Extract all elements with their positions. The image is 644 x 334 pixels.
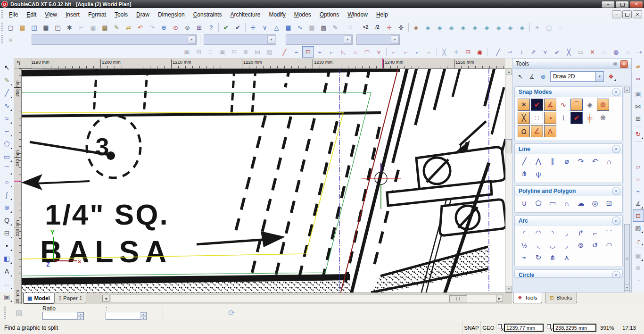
pick-pink-button[interactable]: ⋎ (373, 46, 385, 58)
palette-options-button[interactable]: ❖ (605, 71, 617, 82)
target-red-button[interactable]: ◉ (474, 46, 486, 58)
l7-button[interactable]: ∩ (603, 156, 616, 167)
split2-button[interactable]: ⊡ (633, 209, 644, 222)
half-button[interactable]: /2 (372, 22, 383, 33)
canvas-hscrollbar[interactable] (111, 294, 503, 302)
anglesnap-button[interactable]: ∠ (531, 125, 543, 137)
polyline-button[interactable]: ∿ (1, 99, 13, 112)
x-coordinate-field[interactable]: 1239,77 mm (504, 324, 544, 332)
menu-window[interactable]: Window (343, 10, 372, 19)
toolbar-grip[interactable] (1, 35, 3, 44)
node1-button[interactable]: ╱ (492, 46, 504, 58)
node11-button[interactable]: ◍ (610, 46, 622, 58)
drawing-canvas[interactable]: 3 1/4" SQ. BALSA (21, 68, 505, 292)
spin-up-button[interactable]: ▴ (140, 312, 147, 316)
open-button[interactable]: ▤ (17, 22, 28, 33)
grid4-button[interactable]: ⊞ (633, 112, 644, 125)
menu-edit[interactable]: Edit (22, 10, 41, 19)
menu-view[interactable]: View (41, 10, 61, 19)
zoom-in-button[interactable]: ⊕ (158, 22, 170, 33)
horizontal-ruler[interactable]: 1190 mm1200 mm1210 mm1220 mm1230 mm1240 … (21, 58, 505, 69)
vertex-button[interactable]: ∡ (544, 99, 556, 111)
spell-button[interactable]: ✔ (220, 22, 232, 33)
meas-path-button[interactable]: ∿ (294, 22, 306, 33)
menu-format[interactable]: Format (84, 10, 110, 19)
pickangle-button[interactable]: ∡ (633, 197, 644, 209)
zoom-level[interactable]: 391% (598, 321, 622, 334)
cube-button[interactable]: ◈ (434, 22, 446, 33)
vertical-ruler[interactable]: 250 mm240 mm230 mm220 mm (14, 68, 22, 304)
collapse-button[interactable]: » (612, 271, 620, 278)
a7-button[interactable]: ⌒ (603, 227, 616, 239)
node12-button[interactable]: ◌ (622, 46, 634, 58)
text-button[interactable]: A (1, 265, 13, 277)
trim3-button[interactable]: ⌐ (326, 46, 338, 58)
tab-blocks[interactable]: ⊞ Blocks (545, 292, 577, 303)
fillet-button[interactable]: ╭ (633, 234, 644, 246)
node5-button[interactable]: ⋎ (539, 46, 551, 58)
panel-close-button[interactable]: ✕ (620, 60, 628, 68)
a15-button[interactable]: ⌁ (518, 252, 531, 263)
a1-button[interactable]: ◜ (518, 227, 531, 239)
gear-button[interactable]: ✱ (64, 22, 75, 33)
split-button[interactable]: ⊡ (302, 46, 314, 58)
l4-button[interactable]: ⌀ (560, 156, 573, 167)
cube-button[interactable]: ◈ (516, 22, 528, 33)
corner4-button[interactable]: ⌐ (423, 46, 435, 58)
meas-clean-button[interactable]: ✎ (330, 22, 341, 33)
hatchtool-button[interactable]: ▨ (633, 222, 644, 234)
hscroll-thumb[interactable] (449, 295, 467, 302)
page-check-button[interactable]: ✔ (232, 22, 244, 33)
node9-button[interactable]: ✕ (586, 46, 598, 58)
select-tool-button[interactable]: ↖ (515, 71, 526, 82)
a9-button[interactable]: ◟ (532, 240, 545, 251)
fill-button[interactable]: ◧ (1, 252, 13, 265)
corner3-button[interactable]: ⌐ (412, 46, 423, 58)
spin-down-button[interactable]: ▾ (140, 316, 147, 320)
paste-button[interactable]: ▤ (99, 22, 111, 33)
toolbar-grip[interactable] (4, 307, 6, 319)
cube-ax-button[interactable]: ◈ (410, 22, 422, 33)
a8-button[interactable]: ½ (518, 240, 531, 251)
meas-move-button[interactable]: ✛ (247, 22, 259, 33)
node4-button[interactable]: ⇗ (528, 46, 539, 58)
p4-button[interactable]: ⌂ (560, 198, 573, 209)
meas-angle-button[interactable]: ∨ (259, 22, 271, 33)
cube-button[interactable]: ◈ (481, 22, 493, 33)
l6-button[interactable]: ↶ (588, 156, 602, 167)
node13-button[interactable]: ⇢ (634, 46, 644, 58)
a13-button[interactable]: ↺ (588, 240, 602, 251)
layers-button[interactable]: ≡ (5, 34, 17, 45)
a12-button[interactable]: ⊚ (574, 240, 587, 251)
panel-scrollbar[interactable]: ▲ ▼ (624, 86, 630, 291)
menu-draw[interactable]: Draw (132, 10, 154, 19)
select-button[interactable]: ↖ (1, 61, 13, 74)
brush-button[interactable]: ✎ (111, 22, 123, 33)
chain-button[interactable]: ∞ (633, 72, 644, 84)
menu-modify[interactable]: Modify (264, 10, 289, 19)
radial-button[interactable]: ❋ (597, 112, 609, 124)
corner1-button[interactable]: ⌐ (388, 46, 400, 58)
scroll-up-button[interactable]: ▲ (506, 68, 512, 75)
a18-button[interactable]: ⋏ (560, 252, 573, 263)
close-button[interactable]: ✕ (630, 1, 643, 8)
mirror-button[interactable]: ⋈ (633, 100, 644, 112)
shape-pink-button[interactable]: ◺ (338, 46, 349, 58)
line-red-button[interactable]: ╱ (279, 46, 290, 58)
circle2-button[interactable]: ○ (1, 175, 13, 188)
edit-node-button[interactable]: ✎ (1, 74, 13, 86)
p7-button[interactable]: ⊡ (603, 198, 616, 209)
undo-button[interactable]: ↶ (134, 22, 146, 33)
spline-button[interactable]: ∫ (1, 188, 13, 201)
l8-button[interactable]: ⋔ (518, 168, 531, 179)
p1-button[interactable]: ∪ (518, 198, 531, 209)
snap-indicator[interactable]: SNAP (462, 321, 480, 334)
eraser-button[interactable]: ▰ (633, 60, 644, 72)
node3-button[interactable]: ↕ (516, 46, 528, 58)
menu-architecture[interactable]: Architecture (226, 10, 264, 19)
arc2-button[interactable]: ⌒ (1, 163, 13, 175)
linesnap-button[interactable]: ∿ (557, 99, 570, 111)
combo-arrow-icon[interactable]: ▾ (267, 35, 275, 44)
scroll-down-button[interactable]: ▼ (624, 284, 630, 291)
geo-indicator[interactable]: GEO (480, 321, 496, 334)
